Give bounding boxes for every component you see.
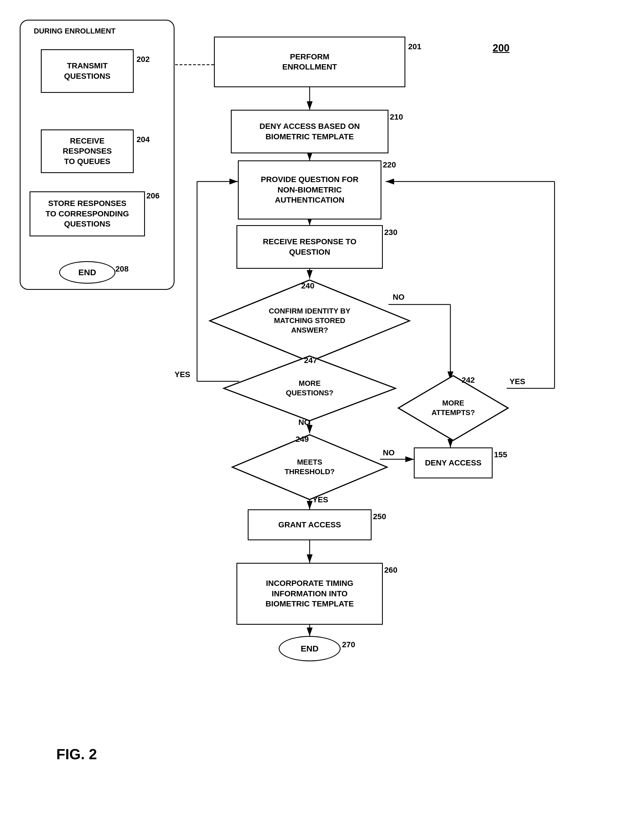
diagram-number: 200 [493, 42, 510, 54]
node-260: INCORPORATE TIMING INFORMATION INTO BIOM… [236, 563, 383, 625]
node-202: TRANSMIT QUESTIONS [41, 49, 134, 93]
ref-208: 208 [115, 264, 129, 273]
node-250: GRANT ACCESS [248, 509, 372, 540]
ref-250: 250 [373, 512, 386, 521]
node-210: DENY ACCESS BASED ON BIOMETRIC TEMPLATE [231, 110, 389, 154]
ref-210: 210 [390, 113, 403, 122]
ref-204: 204 [136, 135, 150, 144]
ref-247: 247 [304, 356, 317, 365]
node-240: CONFIRM IDENTITY BY MATCHING STORED ANSW… [208, 279, 411, 363]
figure-label: FIG. 2 [56, 746, 97, 762]
node-270: END [279, 636, 341, 661]
ref-230: 230 [384, 228, 398, 237]
enrollment-container-label: DURING ENROLLMENT [34, 27, 115, 36]
node-230: RECEIVE RESPONSE TO QUESTION [236, 225, 383, 269]
node-155: DENY ACCESS [414, 448, 493, 478]
node-204: RECEIVE RESPONSES TO QUEUES [41, 130, 134, 173]
node-206: STORE RESPONSES TO CORRESPONDING QUESTIO… [30, 191, 145, 236]
ref-155: 155 [494, 450, 507, 459]
ref-202: 202 [136, 55, 150, 64]
node-242: MORE ATTEMPTS? [397, 374, 510, 442]
node-201: PERFORM ENROLLMENT [214, 37, 405, 87]
ref-270: 270 [342, 640, 355, 649]
flowchart-diagram: YES NO YES NO YES NO NO YES [0, 0, 619, 840]
ref-260: 260 [384, 565, 398, 574]
svg-text:YES: YES [510, 377, 525, 386]
svg-text:YES: YES [175, 370, 190, 379]
node-220: PROVIDE QUESTION FOR NON-BIOMETRIC AUTHE… [238, 160, 381, 219]
ref-206: 206 [147, 191, 160, 200]
node-249: MEETS THRESHOLD? [231, 433, 389, 501]
ref-242: 242 [462, 376, 475, 385]
ref-220: 220 [383, 160, 396, 169]
ref-201: 201 [408, 42, 422, 51]
node-208: END [59, 261, 115, 283]
ref-249: 249 [296, 435, 309, 444]
ref-240: 240 [301, 281, 314, 290]
